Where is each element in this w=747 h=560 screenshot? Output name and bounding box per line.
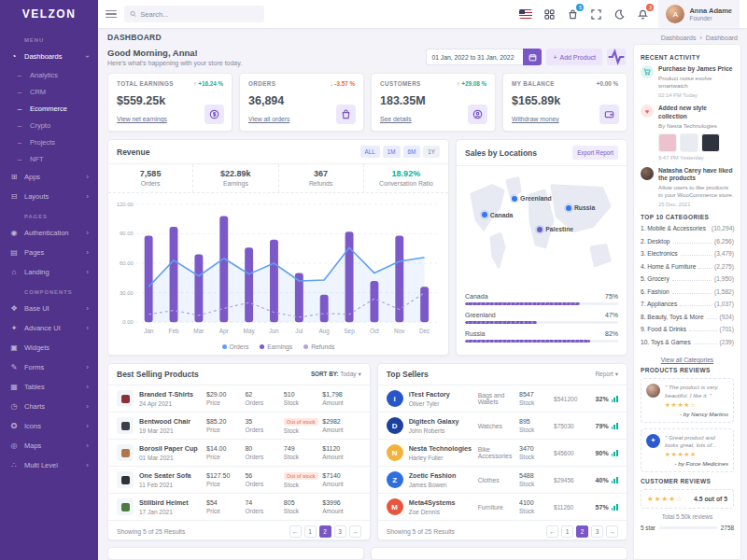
pagination-button[interactable]: 2 [576,525,588,538]
legend-item[interactable]: Refunds [303,343,334,350]
range-tab[interactable]: 6M [403,146,421,158]
pagination-button[interactable]: ← [289,525,302,538]
sidebar-item[interactable]: ✎ Forms › [0,357,98,377]
sidebar-item[interactable]: ∴ Multi Level › [0,455,98,475]
sidebar-item[interactable]: ✪ Icons › [0,416,98,436]
notifications-button[interactable]: 3 [635,7,650,21]
range-tab[interactable]: 1Y [423,146,440,158]
product-name[interactable]: Borosil Paper Cup [139,444,206,453]
user-menu[interactable]: A Anna Adame Founder [658,0,740,28]
sidebar-item[interactable]: – Ecommerce [0,100,98,117]
activity-shortcut-button[interactable] [607,49,626,65]
activity-title[interactable]: Natasha Carey have liked the products [658,167,734,182]
category-name[interactable]: 8. Beauty, Toys & More [641,314,704,320]
sidebar-item[interactable]: ⊞ Apps › [0,167,98,187]
legend-item[interactable]: Orders [222,343,249,350]
calendar-button[interactable] [523,49,542,65]
cart-button[interactable]: 5 [565,7,580,21]
product-review-card[interactable]: " The product is very beautiful. I like … [641,378,734,422]
kpi-label: ORDERS [248,80,275,87]
product-thumbnail[interactable] [680,133,698,152]
sidebar-item[interactable]: ◷ Charts › [0,397,98,416]
pagination-button[interactable]: 3 [591,525,603,538]
category-name[interactable]: 4. Home & Furniture [641,263,696,270]
report-dropdown[interactable]: Report ▾ [595,371,618,378]
category-name[interactable]: 9. Food & Drinks [641,326,686,332]
pagination-button[interactable]: 1 [304,525,317,538]
pagination-button[interactable]: ← [546,525,558,538]
sidebar-item[interactable]: ◎ Maps › [0,436,98,455]
activity-title[interactable]: Purchase by James Price [658,65,734,73]
kpi-link[interactable]: Withdraw money [512,116,559,122]
pagination-button[interactable]: 1 [561,525,573,538]
search-input[interactable] [140,10,259,19]
add-product-button[interactable]: + Add Product [546,49,602,65]
sidebar-item[interactable]: ⌂ Landing › [0,262,98,282]
sidebar-item[interactable]: ✦ Advance UI › [0,318,98,338]
breadcrumb-item[interactable]: Dashboards [661,35,697,41]
kpi-link[interactable]: View net earnings [117,116,167,122]
product-review-card[interactable]: ✦ " Great product and looks great, lots … [641,428,734,472]
sidebar-item[interactable]: ▣ Widgets [0,338,98,357]
app-logo[interactable]: VELZON [0,0,98,28]
seller-company[interactable]: Zoetic Fashion [409,471,478,480]
pagination-button[interactable]: → [349,525,361,538]
product-name[interactable]: Stillbird Helmet [139,498,206,507]
map-marker[interactable]: Greenland [512,195,552,202]
product-name[interactable]: Branded T-Shirts [139,390,206,399]
sidebar-item-label: Crypto [30,121,83,130]
kpi-link[interactable]: View all orders [248,116,289,122]
product-name[interactable]: One Seater Sofa [139,471,206,480]
pagination-button[interactable]: 2 [319,525,331,538]
category-name[interactable]: 5. Grocery [641,275,669,282]
legend-item[interactable]: Earnings [260,343,292,350]
sidebar-item[interactable]: ◉ Authentication › [0,223,98,243]
activity-title[interactable]: Added new style collection [658,105,734,119]
product-thumbnail[interactable] [701,133,720,152]
orders-cell: 35Orders [245,418,283,433]
sidebar-item[interactable]: – Crypto [0,117,98,133]
product-name[interactable]: Bentwood Chair [139,417,206,426]
range-tab[interactable]: ALL [360,146,380,158]
sidebar-item[interactable]: – Projects [0,133,98,150]
view-all-categories-link[interactable]: View all Categories [641,357,734,363]
pagination-button[interactable]: 3 [334,525,346,538]
range-tab[interactable]: 1M [383,146,401,158]
category-name[interactable]: 2. Desktop [641,238,670,245]
sidebar-item[interactable]: ▦ Tables › [0,377,98,397]
sort-by-dropdown[interactable]: SORT BY: Today ▾ [311,371,361,378]
apps-grid-button[interactable] [542,7,557,21]
category-name[interactable]: 6. Fashion [641,288,669,295]
category-name[interactable]: 1. Mobile & Accessories [641,225,706,231]
seller-company[interactable]: Digitech Galaxy [409,417,478,426]
language-flag-button[interactable] [518,7,533,21]
export-report-button[interactable]: Export Report [572,146,618,160]
progress-track [465,321,618,324]
fullscreen-button[interactable] [588,7,603,21]
hamburger-menu-icon[interactable] [106,10,117,19]
map-marker[interactable]: Canada [482,212,514,218]
map-marker[interactable]: Russia [566,204,595,211]
category-name[interactable]: 10. Toys & Games [641,339,691,345]
seller-company[interactable]: Nesta Technologies [409,444,478,453]
world-map[interactable]: Greenland Canada Russia [462,170,621,287]
category-name[interactable]: 3. Electronics [641,250,678,257]
kpi-link[interactable]: See details [380,116,412,122]
seller-company[interactable]: Meta4Systems [409,498,478,507]
product-thumbnail[interactable] [658,133,677,152]
map-marker[interactable]: Palestine [537,226,573,232]
sidebar-item[interactable]: – Analytics [0,66,98,83]
sidebar-item[interactable]: ▤ Pages › [0,243,98,262]
dark-mode-button[interactable] [612,7,627,21]
category-name[interactable]: 7. Appliances [641,301,677,307]
sidebar-item[interactable]: – NFT [0,150,98,167]
revenue-chart[interactable]: 0.0030.0060.0090.00120.00JanFebMarAprMay… [108,193,448,342]
svg-text:Jun: Jun [269,328,279,334]
sidebar-item[interactable]: ◔ Dashboards › [0,47,98,66]
pagination-button[interactable]: → [606,525,618,538]
seller-company[interactable]: iTest Factory [409,390,478,399]
date-range-input[interactable] [426,49,523,65]
sidebar-item[interactable]: ⊟ Layouts › [0,187,98,206]
sidebar-item[interactable]: ❖ Base UI › [0,299,98,318]
sidebar-item[interactable]: – CRM [0,83,98,100]
